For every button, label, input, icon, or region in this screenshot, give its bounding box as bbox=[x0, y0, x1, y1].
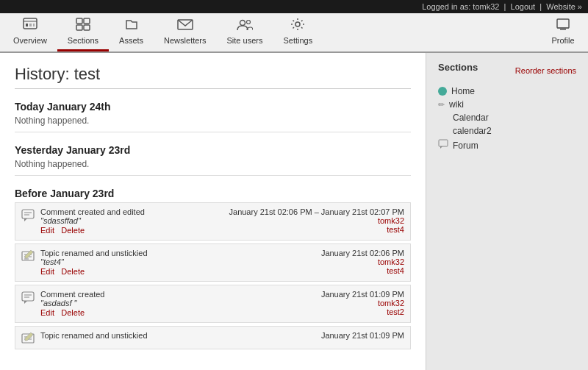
pencil-icon: ✏ bbox=[438, 100, 445, 110]
sidebar-item-label: calendar2 bbox=[453, 126, 492, 136]
delete-link[interactable]: Delete bbox=[61, 267, 85, 276]
nav-item-site-users[interactable]: Site users bbox=[217, 13, 273, 51]
sidebar-heading: Sections bbox=[438, 62, 478, 73]
comment-icon bbox=[21, 291, 35, 305]
svg-rect-2 bbox=[26, 24, 28, 26]
svg-rect-7 bbox=[76, 25, 82, 30]
today-empty: Nothing happened. bbox=[15, 115, 411, 132]
history-item: Topic renamed and unstickied January 21s… bbox=[15, 326, 411, 349]
svg-rect-8 bbox=[84, 25, 90, 30]
sidebar-header: Sections Reorder sections bbox=[438, 62, 576, 79]
svg-rect-13 bbox=[557, 19, 569, 28]
edit-link[interactable]: Edit bbox=[40, 267, 54, 276]
nav-item-profile[interactable]: Profile bbox=[541, 13, 585, 51]
forum-icon bbox=[438, 139, 448, 152]
logged-in-text: Logged in as: tomk32 bbox=[422, 2, 499, 11]
item-meta: January 21st 01:09 PM bbox=[272, 331, 404, 340]
edit-link[interactable]: Edit bbox=[40, 226, 54, 235]
history-yesterday: Yesterday January 23rd Nothing happened. bbox=[15, 144, 411, 176]
svg-point-10 bbox=[240, 21, 245, 26]
item-date: January 21st 02:06 PM – January 21st 02:… bbox=[229, 207, 404, 216]
item-action: Topic renamed and unstickied bbox=[40, 331, 266, 340]
sidebar-item-home[interactable]: Home bbox=[438, 85, 576, 98]
svg-marker-25 bbox=[24, 301, 27, 304]
newsletters-icon bbox=[177, 18, 193, 35]
nav-newsletters-label: Newsletters bbox=[164, 36, 206, 45]
item-date: January 21st 01:09 PM bbox=[272, 331, 404, 340]
item-body: Topic renamed and unstickied bbox=[40, 331, 266, 340]
delete-link[interactable]: Delete bbox=[61, 308, 85, 317]
svg-rect-3 bbox=[29, 24, 32, 26]
assets-icon bbox=[124, 18, 139, 35]
svg-point-12 bbox=[295, 22, 300, 26]
nav-bar: Overview Sections Assets Newsletters Sit… bbox=[0, 13, 588, 53]
item-user: tomk32 bbox=[229, 216, 404, 225]
item-action: Comment created and edited bbox=[40, 207, 223, 216]
sidebar-item-label: Calendar bbox=[453, 113, 489, 123]
logout-link[interactable]: Logout bbox=[511, 2, 536, 11]
svg-marker-17 bbox=[24, 218, 27, 221]
delete-link[interactable]: Delete bbox=[61, 226, 85, 235]
nav-item-sections[interactable]: Sections bbox=[57, 13, 109, 51]
before-heading: Before January 23rd bbox=[15, 188, 411, 199]
svg-point-11 bbox=[246, 21, 250, 24]
sidebar-item-label: wiki bbox=[449, 99, 464, 110]
today-heading: Today January 24th bbox=[15, 101, 411, 113]
sidebar-item-wiki[interactable]: ✏ wiki bbox=[438, 98, 576, 111]
edit-link[interactable]: Edit bbox=[40, 308, 54, 317]
nav-overview-label: Overview bbox=[13, 36, 47, 45]
svg-rect-24 bbox=[22, 292, 34, 301]
item-subject: "asdadsf " bbox=[40, 299, 266, 307]
history-today: Today January 24th Nothing happened. bbox=[15, 101, 411, 132]
sidebar: Sections Reorder sections Home ✏ wiki Ca… bbox=[426, 53, 588, 370]
item-meta: January 21st 01:09 PM tomk32 test2 bbox=[272, 290, 404, 316]
svg-rect-5 bbox=[76, 18, 82, 24]
history-item: Topic renamed and unstickied "test4" Edi… bbox=[15, 243, 411, 282]
topic-icon bbox=[21, 250, 35, 263]
topbar: Logged in as: tomk32 | Logout | Website … bbox=[0, 0, 588, 13]
item-links: Edit Delete bbox=[40, 225, 223, 235]
nav-item-newsletters[interactable]: Newsletters bbox=[154, 13, 216, 51]
nav-assets-label: Assets bbox=[119, 36, 143, 45]
item-action: Comment created bbox=[40, 290, 266, 299]
history-before: Before January 23rd Comment created and … bbox=[15, 188, 411, 349]
nav-settings-label: Settings bbox=[283, 36, 312, 45]
item-meta: January 21st 02:06 PM – January 21st 02:… bbox=[229, 207, 404, 234]
main-content: History: test Today January 24th Nothing… bbox=[0, 53, 426, 370]
item-subject: "test4" bbox=[40, 257, 266, 266]
settings-icon bbox=[290, 18, 305, 35]
nav-site-users-label: Site users bbox=[227, 36, 263, 45]
item-date: January 21st 01:09 PM bbox=[272, 290, 404, 299]
item-action: Topic renamed and unstickied bbox=[40, 249, 266, 257]
nav-item-assets[interactable]: Assets bbox=[109, 13, 154, 51]
item-date: January 21st 02:06 PM bbox=[272, 249, 404, 257]
item-links: Edit Delete bbox=[40, 266, 266, 277]
sections-icon bbox=[76, 18, 90, 35]
item-meta: January 21st 02:06 PM tomk32 test4 bbox=[272, 249, 404, 275]
website-link[interactable]: Website » bbox=[546, 2, 582, 11]
sidebar-item-calendar[interactable]: Calendar bbox=[438, 111, 576, 124]
nav-item-overview[interactable]: Overview bbox=[3, 13, 57, 51]
nav-item-settings[interactable]: Settings bbox=[273, 13, 323, 51]
history-item: Comment created "asdadsf " Edit Delete J… bbox=[15, 285, 411, 323]
svg-rect-16 bbox=[22, 210, 34, 218]
overview-icon bbox=[23, 18, 37, 35]
sidebar-item-forum[interactable]: Forum bbox=[438, 138, 576, 153]
item-section: test4 bbox=[229, 225, 404, 234]
sidebar-item-label: Home bbox=[451, 86, 475, 96]
item-links: Edit Delete bbox=[40, 307, 266, 318]
svg-rect-31 bbox=[439, 140, 448, 146]
item-subject: "sdassffad" bbox=[40, 216, 223, 225]
item-body: Comment created "asdadsf " Edit Delete bbox=[40, 290, 266, 318]
yesterday-heading: Yesterday January 23rd bbox=[15, 144, 411, 156]
home-dot-icon bbox=[438, 87, 447, 96]
svg-rect-6 bbox=[84, 18, 90, 24]
site-users-icon bbox=[237, 18, 253, 35]
svg-marker-32 bbox=[440, 146, 442, 149]
item-user: tomk32 bbox=[272, 257, 404, 266]
item-section: test4 bbox=[272, 266, 404, 275]
sidebar-item-calendar2[interactable]: calendar2 bbox=[438, 124, 576, 138]
item-user: tomk32 bbox=[272, 299, 404, 307]
reorder-sections-link[interactable]: Reorder sections bbox=[515, 66, 576, 75]
page-title: History: test bbox=[15, 65, 411, 89]
